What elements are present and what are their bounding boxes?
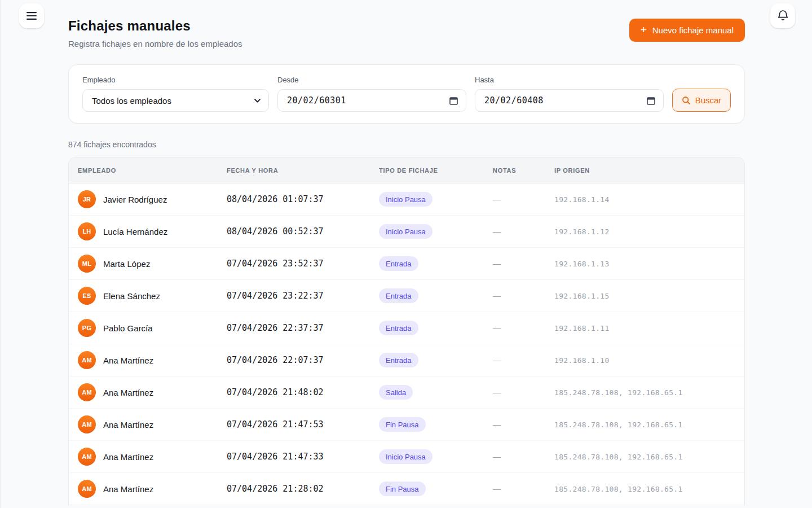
results-count: 874 fichajes encontrados [68, 140, 745, 149]
table-row[interactable]: JR Javier Rodríguez 08/04/2026 01:07:37 … [69, 183, 744, 216]
avatar: LH [78, 222, 96, 240]
table-row[interactable]: ML Marta López 07/04/2026 23:52:37 Entra… [69, 248, 744, 280]
ip-cell: 185.248.78.108, 192.168.65.1 [554, 388, 744, 397]
page-title: Fichajes manuales [68, 18, 242, 34]
datetime-cell: 07/04/2026 23:22:37 [227, 291, 379, 301]
table-row[interactable]: AM Ana Martínez 07/04/2026 21:48:02 Sali… [69, 376, 744, 409]
ip-cell: 192.168.1.15 [554, 292, 744, 300]
entry-type-badge: Fin Pausa [379, 481, 426, 496]
employee-name: Marta López [103, 259, 150, 269]
hamburger-icon [26, 11, 37, 20]
date-from-value: 20/02/60301 [287, 95, 346, 106]
notes-cell: — [493, 452, 554, 461]
chevron-down-icon [254, 99, 261, 103]
new-manual-entry-button[interactable]: + Nuevo fichaje manual [629, 19, 745, 42]
employee-label: Empleado [82, 76, 269, 84]
avatar: JR [78, 190, 96, 208]
entry-type-badge: Entrada [379, 288, 418, 303]
ip-cell: 185.248.78.108, 192.168.65.1 [554, 485, 744, 493]
notes-cell: — [493, 259, 554, 268]
employee-cell: AM Ana Martínez [78, 415, 227, 433]
notes-cell: — [493, 420, 554, 429]
entry-type-badge: Entrada [379, 353, 418, 367]
page-header: Fichajes manuales Registra fichajes en n… [68, 18, 745, 49]
employee-cell: LH Lucía Hernández [78, 222, 227, 240]
ip-cell: 192.168.1.13 [554, 260, 744, 268]
table-row[interactable]: LH Lucía Hernández 08/04/2026 00:52:37 I… [69, 216, 744, 248]
avatar: AM [78, 448, 96, 466]
employee-name: Lucía Hernández [103, 227, 167, 237]
entry-type-badge: Inicio Pausa [379, 192, 433, 207]
employee-name: Elena Sánchez [103, 291, 160, 301]
ip-cell: 192.168.1.10 [554, 356, 744, 365]
date-to-value: 20/02/60408 [484, 95, 544, 106]
table-row[interactable]: AM Ana Martínez 07/04/2026 22:07:37 Entr… [69, 344, 744, 376]
datetime-cell: 07/04/2026 21:47:53 [227, 419, 379, 430]
employee-cell: AM Ana Martínez [78, 351, 227, 369]
date-from-input[interactable]: 20/02/60301 [277, 89, 466, 112]
col-datetime: FECHA Y HORA [227, 167, 379, 174]
table-row[interactable]: AM Ana Martínez 07/04/2026 21:28:02 Fin … [69, 473, 744, 505]
table-row[interactable]: AM Ana Martínez 07/04/2026 21:47:33 Inic… [69, 441, 744, 473]
employee-name: Ana Martínez [103, 420, 153, 430]
avatar: AM [78, 415, 96, 433]
employee-select-value: Todos los empleados [92, 96, 171, 106]
datetime-cell: 07/04/2026 21:28:02 [227, 484, 379, 494]
table-row[interactable]: ES Elena Sánchez 07/04/2026 23:22:37 Ent… [69, 280, 744, 312]
employee-cell: AM Ana Martínez [78, 383, 227, 401]
datetime-cell: 07/04/2026 23:52:37 [227, 259, 379, 269]
entry-type-badge: Salida [379, 385, 413, 400]
filters-card: Empleado Todos los empleados Desde 20/02… [68, 64, 745, 124]
notifications-button[interactable] [770, 3, 795, 28]
avatar: AM [78, 383, 96, 401]
col-employee: EMPLEADO [78, 167, 227, 174]
avatar: AM [78, 351, 96, 369]
notes-cell: — [493, 356, 554, 365]
table-row[interactable]: AM Ana Martínez 07/04/2026 21:47:53 Fin … [69, 409, 744, 441]
avatar: ES [78, 287, 96, 305]
employee-cell: ML Marta López [78, 255, 227, 273]
ip-cell: 185.248.78.108, 192.168.65.1 [554, 421, 744, 429]
page-subtitle: Registra fichajes en nombre de los emple… [68, 39, 242, 49]
entry-type-badge: Entrada [379, 321, 418, 335]
date-to-field: Hasta 20/02/60408 [475, 76, 664, 112]
ip-cell: 185.248.78.108, 192.168.65.1 [554, 453, 744, 461]
calendar-icon[interactable] [449, 97, 458, 105]
col-ip: IP ORIGEN [554, 167, 744, 174]
table-header: EMPLEADO FECHA Y HORA TIPO DE FICHAJE NO… [69, 157, 744, 183]
employee-cell: PG Pablo García [78, 319, 227, 337]
date-from-field: Desde 20/02/60301 [277, 76, 466, 112]
notes-cell: — [493, 323, 554, 332]
search-button[interactable]: Buscar [672, 89, 731, 112]
employee-cell: AM Ana Martínez [78, 448, 227, 466]
employee-name: Ana Martínez [103, 484, 153, 494]
entry-type-badge: Entrada [379, 256, 418, 271]
employee-select[interactable]: Todos los empleados [82, 89, 269, 112]
table-body: JR Javier Rodríguez 08/04/2026 01:07:37 … [69, 183, 744, 505]
employee-cell: JR Javier Rodríguez [78, 190, 227, 208]
entry-type-badge: Inicio Pausa [379, 224, 433, 239]
ip-cell: 192.168.1.12 [554, 227, 744, 236]
plus-icon: + [641, 24, 647, 35]
datetime-cell: 08/04/2026 01:07:37 [227, 194, 379, 204]
employee-name: Pablo García [103, 323, 153, 333]
page-title-block: Fichajes manuales Registra fichajes en n… [68, 18, 242, 49]
notes-cell: — [493, 484, 554, 493]
notes-cell: — [493, 291, 554, 300]
new-manual-entry-label: Nuevo fichaje manual [652, 25, 734, 35]
datetime-cell: 07/04/2026 22:37:37 [227, 323, 379, 333]
notes-cell: — [493, 388, 554, 397]
employee-name: Ana Martínez [103, 452, 153, 462]
main-content: Fichajes manuales Registra fichajes en n… [68, 0, 745, 505]
entries-table: EMPLEADO FECHA Y HORA TIPO DE FICHAJE NO… [68, 157, 745, 505]
entry-type-badge: Inicio Pausa [379, 449, 433, 464]
datetime-cell: 07/04/2026 21:47:33 [227, 452, 379, 462]
date-to-input[interactable]: 20/02/60408 [475, 89, 664, 112]
ip-cell: 192.168.1.14 [554, 195, 744, 204]
ip-cell: 192.168.1.11 [554, 324, 744, 332]
menu-button[interactable] [19, 3, 44, 28]
datetime-cell: 07/04/2026 22:07:37 [227, 355, 379, 365]
table-row[interactable]: PG Pablo García 07/04/2026 22:37:37 Entr… [69, 312, 744, 344]
avatar: ML [78, 255, 96, 273]
calendar-icon[interactable] [647, 97, 655, 105]
